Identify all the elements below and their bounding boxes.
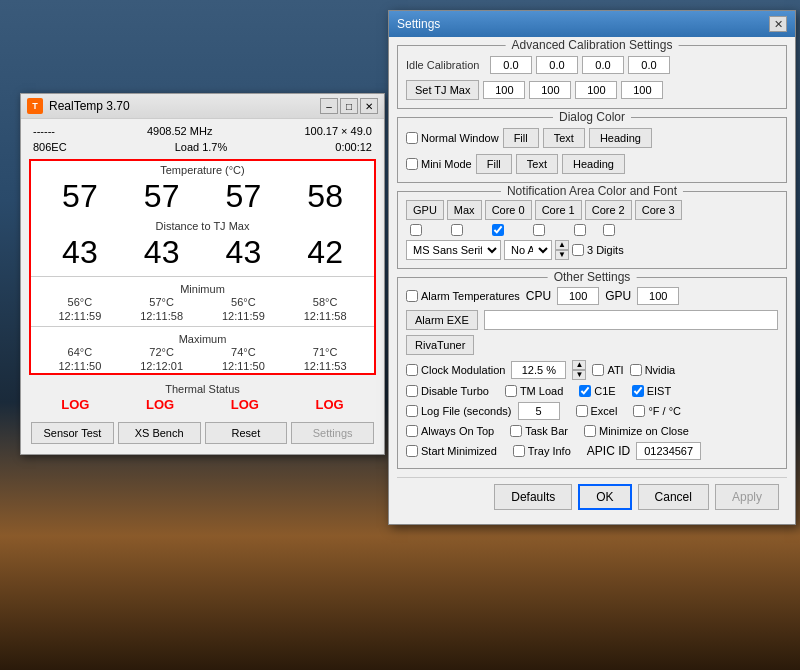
idle-val-2[interactable]: [582, 56, 624, 74]
realtemp-titlebar: T RealTemp 3.70 – □ ✕: [21, 94, 384, 119]
settings-button[interactable]: Settings: [291, 422, 374, 444]
task-bar-checkbox[interactable]: [510, 425, 522, 437]
always-on-top-group: Always On Top: [406, 425, 494, 437]
max-time-row: 12:11:50 12:12:01 12:11:50 12:11:53: [31, 359, 374, 373]
alarm-exe-button[interactable]: Alarm EXE: [406, 310, 478, 330]
min-time-2: 12:11:59: [208, 310, 278, 322]
min-time-1: 12:11:58: [127, 310, 197, 322]
notif-cb-1[interactable]: [451, 224, 463, 236]
tray-info-checkbox[interactable]: [513, 445, 525, 457]
log-2[interactable]: LOG: [231, 397, 259, 412]
idle-val-1[interactable]: [536, 56, 578, 74]
close-button[interactable]: ✕: [360, 98, 378, 114]
clock-mod-group: Clock Modulation: [406, 364, 505, 376]
core1-button[interactable]: Core 1: [535, 200, 582, 220]
mini-mode-checkbox[interactable]: [406, 158, 418, 170]
xs-bench-button[interactable]: XS Bench: [118, 422, 201, 444]
nvidia-label: Nvidia: [645, 364, 676, 376]
minimum-label: Minimum: [31, 280, 374, 295]
normal-window-row: Normal Window Fill Text Heading: [406, 128, 778, 148]
always-on-top-checkbox[interactable]: [406, 425, 418, 437]
minimize-button[interactable]: –: [320, 98, 338, 114]
apply-button[interactable]: Apply: [715, 484, 779, 510]
ok-button[interactable]: OK: [578, 484, 631, 510]
log-seconds-value[interactable]: [518, 402, 560, 420]
reset-button[interactable]: Reset: [205, 422, 288, 444]
mini-heading-button[interactable]: Heading: [562, 154, 625, 174]
c1e-checkbox[interactable]: [579, 385, 591, 397]
settings-title: Settings: [397, 17, 440, 31]
clock-mod-value[interactable]: [511, 361, 566, 379]
log-1[interactable]: LOG: [146, 397, 174, 412]
tm-load-checkbox[interactable]: [505, 385, 517, 397]
disable-turbo-checkbox[interactable]: [406, 385, 418, 397]
fahrenheit-checkbox[interactable]: [633, 405, 645, 417]
alarm-temp-checkbox[interactable]: [406, 290, 418, 302]
tj-val-0[interactable]: [483, 81, 525, 99]
maximize-button[interactable]: □: [340, 98, 358, 114]
spin-up-button[interactable]: ▲: [555, 240, 569, 250]
tj-val-3[interactable]: [621, 81, 663, 99]
settings-close-button[interactable]: ✕: [769, 16, 787, 32]
notif-cb-0[interactable]: [410, 224, 422, 236]
mini-text-button[interactable]: Text: [516, 154, 558, 174]
tj-val-2[interactable]: [575, 81, 617, 99]
sensor-test-button[interactable]: Sensor Test: [31, 422, 114, 444]
rivatuner-button[interactable]: RivaTuner: [406, 335, 474, 355]
log-0[interactable]: LOG: [61, 397, 89, 412]
font-select[interactable]: MS Sans Serif: [406, 240, 501, 260]
thermal-logs: LOG LOG LOG LOG: [33, 397, 372, 412]
set-tj-max-button[interactable]: Set TJ Max: [406, 80, 479, 100]
clock-spin-up-button[interactable]: ▲: [572, 360, 586, 370]
normal-fill-button[interactable]: Fill: [503, 128, 539, 148]
cpu-value[interactable]: [557, 287, 599, 305]
defaults-button[interactable]: Defaults: [494, 484, 572, 510]
log-3[interactable]: LOG: [316, 397, 344, 412]
spin-down-button[interactable]: ▼: [555, 250, 569, 260]
mini-fill-button[interactable]: Fill: [476, 154, 512, 174]
normal-heading-button[interactable]: Heading: [589, 128, 652, 148]
gpu-value[interactable]: [637, 287, 679, 305]
minimize-close-checkbox[interactable]: [584, 425, 596, 437]
temp-2: 57: [208, 178, 278, 215]
clock-spin-down-button[interactable]: ▼: [572, 370, 586, 380]
advanced-calibration-group: Advanced Calibration Settings Idle Calib…: [397, 45, 787, 109]
apic-id-input[interactable]: [636, 442, 701, 460]
aa-select[interactable]: No AA: [504, 240, 552, 260]
eist-label: EIST: [647, 385, 671, 397]
eist-group: EIST: [632, 385, 671, 397]
normal-text-button[interactable]: Text: [543, 128, 585, 148]
core3-button[interactable]: Core 3: [635, 200, 682, 220]
max-button[interactable]: Max: [447, 200, 482, 220]
core0-button[interactable]: Core 0: [485, 200, 532, 220]
tj-val-1[interactable]: [529, 81, 571, 99]
digits-checkbox[interactable]: [572, 244, 584, 256]
cancel-button[interactable]: Cancel: [638, 484, 709, 510]
min-time-3: 12:11:58: [290, 310, 360, 322]
nvidia-checkbox[interactable]: [630, 364, 642, 376]
excel-checkbox[interactable]: [576, 405, 588, 417]
info-col1-r1: ------: [33, 125, 55, 137]
alarm-exe-path-input[interactable]: [484, 310, 778, 330]
notif-cb-2[interactable]: [492, 224, 504, 236]
apic-id-label: APIC ID: [587, 444, 630, 458]
realtemp-window: T RealTemp 3.70 – □ ✕ ------ 4908.52 MHz…: [20, 93, 385, 455]
start-minimized-checkbox[interactable]: [406, 445, 418, 457]
spin-wrapper: ▲ ▼: [555, 240, 569, 260]
notif-cb-4[interactable]: [574, 224, 586, 236]
log-file-checkbox[interactable]: [406, 405, 418, 417]
log-file-row: Log File (seconds) Excel °F / °C: [406, 402, 778, 420]
notif-cb-5[interactable]: [603, 224, 615, 236]
clock-mod-checkbox[interactable]: [406, 364, 418, 376]
main-data-box: Temperature (°C) 57 57 57 58 Distance to…: [29, 159, 376, 375]
ati-checkbox[interactable]: [592, 364, 604, 376]
idle-val-0[interactable]: [490, 56, 532, 74]
info-col2-r2: Load 1.7%: [175, 141, 228, 153]
gpu-button[interactable]: GPU: [406, 200, 444, 220]
clock-mod-row: Clock Modulation ▲ ▼ ATI Nvidia: [406, 360, 778, 380]
notif-cb-3[interactable]: [533, 224, 545, 236]
idle-val-3[interactable]: [628, 56, 670, 74]
core2-button[interactable]: Core 2: [585, 200, 632, 220]
normal-window-checkbox[interactable]: [406, 132, 418, 144]
eist-checkbox[interactable]: [632, 385, 644, 397]
